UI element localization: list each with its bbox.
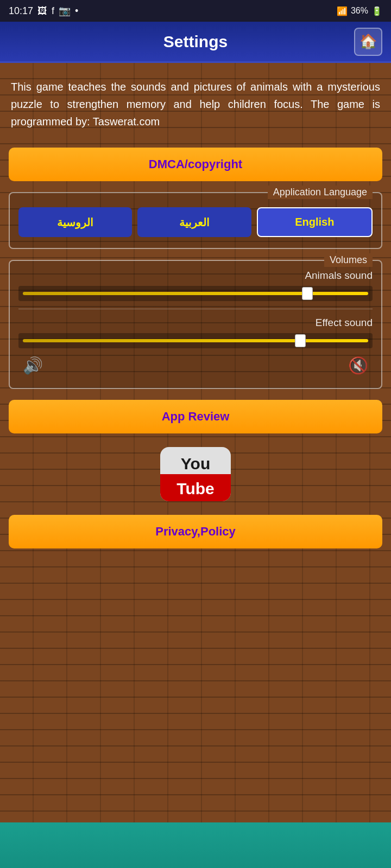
language-buttons-group: الروسية العربية English: [18, 207, 373, 237]
app-review-button[interactable]: App Review: [9, 400, 382, 433]
battery-icon: 🔋: [371, 6, 382, 16]
sound-on-icon[interactable]: 🔊: [23, 356, 43, 375]
animals-thumb[interactable]: [302, 287, 313, 300]
effect-track: [23, 339, 368, 342]
animals-track: [23, 292, 368, 295]
youtube-logo: You Tube: [157, 444, 234, 504]
volume-section-label: Volumes: [324, 253, 373, 267]
dot-icon: •: [75, 5, 78, 17]
photo-icon: 🖼: [37, 5, 47, 17]
teal-footer: [0, 822, 391, 868]
signal-icon: 📶: [337, 6, 348, 16]
animals-sound-slider[interactable]: [18, 286, 373, 301]
page-title: Settings: [163, 33, 228, 51]
language-section-label: Application Language: [268, 186, 373, 199]
youtube-container[interactable]: You Tube: [9, 444, 382, 504]
language-button-english[interactable]: English: [257, 207, 373, 237]
sound-icon-row: 🔊 🔇: [18, 354, 373, 377]
app-description: This game teaches the sounds and picture…: [9, 74, 382, 135]
effect-thumb[interactable]: [295, 334, 306, 347]
time-display: 10:17: [9, 5, 33, 17]
volume-section: Volumes Animals sound Effect sound 🔊 🔇: [9, 260, 382, 389]
status-bar: 10:17 🖼 f 📷 • 📶 36% 🔋: [0, 0, 391, 22]
privacy-policy-button[interactable]: Privacy,Policy: [9, 515, 382, 548]
home-icon: 🏠: [360, 33, 377, 50]
language-button-russian[interactable]: الروسية: [18, 207, 132, 237]
sound-off-icon[interactable]: 🔇: [348, 356, 368, 375]
battery-display: 36%: [351, 6, 368, 16]
animals-sound-label: Animals sound: [18, 270, 373, 282]
facebook-icon: f: [52, 5, 54, 17]
status-left: 10:17 🖼 f 📷 •: [9, 5, 78, 17]
app-header: Settings 🏠: [0, 22, 391, 63]
language-button-arabic[interactable]: العربية: [137, 207, 251, 237]
status-right: 📶 36% 🔋: [337, 6, 382, 16]
dmca-button[interactable]: DMCA/copyright: [9, 148, 382, 181]
language-section: Application Language الروسية العربية Eng…: [9, 192, 382, 249]
instagram-icon: 📷: [59, 5, 71, 17]
effect-sound-slider[interactable]: [18, 333, 373, 348]
effect-sound-label: Effect sound: [18, 317, 373, 329]
main-content: This game teaches the sounds and picture…: [0, 63, 391, 822]
svg-text:You: You: [181, 455, 210, 473]
home-button[interactable]: 🏠: [354, 28, 382, 56]
slider-divider: [18, 309, 373, 309]
svg-text:Tube: Tube: [176, 480, 214, 497]
